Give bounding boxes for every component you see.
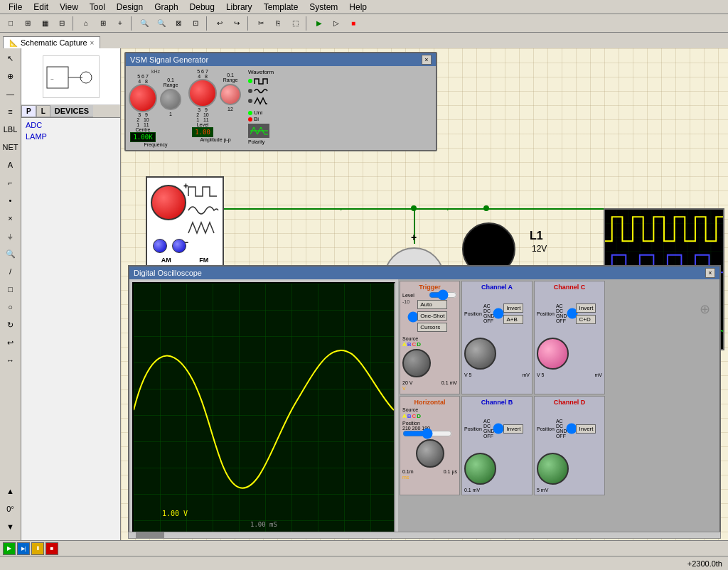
trigger-oneshot-btn[interactable]: One-Shot (417, 311, 447, 321)
h-scrollbar-thumb[interactable] (136, 532, 164, 538)
select-tool[interactable]: ↖ (2, 50, 19, 67)
ch-d-knob[interactable] (537, 453, 569, 485)
step-btn[interactable]: ▷ (328, 16, 344, 31)
play-button[interactable]: ▶ (3, 542, 16, 555)
copy-btn[interactable]: ⎘ (270, 16, 286, 31)
grid-btn[interactable]: ⊞ (95, 16, 111, 31)
ch-a-position-slider[interactable] (496, 292, 501, 335)
horiz-ms-label: ms (402, 475, 409, 480)
label-tool[interactable]: LBL (2, 121, 19, 138)
range-knob[interactable] (160, 89, 181, 110)
add-btn[interactable]: + (112, 16, 128, 31)
tab-label: Schematic Capture (21, 38, 87, 47)
vsm-close-btn[interactable]: × (422, 55, 432, 65)
ch-a-invert-btn[interactable]: Invert (503, 303, 523, 313)
redo-btn[interactable]: ↪ (229, 16, 245, 31)
trigger-knob[interactable] (402, 349, 431, 377)
toolbar: □ ⊞ ▦ ⊟ ⌂ ⊞ + 🔍 🔍 ⊠ ⊡ ↩ ↪ ✂ ⎘ ⬚ ▶ ▷ ■ (0, 14, 728, 33)
ch-c-knob[interactable] (537, 338, 569, 370)
home-btn[interactable]: ⌂ (78, 16, 94, 31)
canvas-area[interactable]: VSM Signal Generator × kHz 5 6 7 4 8 3 9… (121, 48, 728, 554)
menu-system[interactable]: System (304, 1, 343, 14)
range2-knob[interactable] (220, 84, 241, 105)
new-btn[interactable]: □ (3, 16, 18, 31)
tab-close-btn[interactable]: × (90, 39, 95, 47)
device-adc[interactable]: ADC (23, 119, 119, 131)
component-tool[interactable]: ⊕ (2, 68, 19, 85)
ch-b-position-slider[interactable] (496, 407, 501, 450)
zoom-fit-btn[interactable]: ⊠ (171, 16, 186, 31)
cut-btn[interactable]: ✂ (253, 16, 269, 31)
noconnect-tool[interactable]: × (2, 210, 19, 227)
centre-knob[interactable] (129, 84, 157, 112)
horiz-knob[interactable] (416, 439, 444, 468)
undo-btn[interactable]: ↩ (212, 16, 228, 31)
trigger-auto-btn[interactable]: Auto (417, 300, 447, 309)
ch-c-position-slider[interactable] (568, 292, 574, 335)
scope-close-btn[interactable]: × (705, 268, 715, 278)
draw-line-tool[interactable]: / (2, 263, 19, 280)
schematic-capture-tab[interactable]: 📐 Schematic Capture × (3, 36, 100, 48)
menu-graph[interactable]: Graph (149, 1, 183, 14)
pause-button[interactable]: ⏸ (31, 542, 44, 555)
horiz-position-slider[interactable] (402, 431, 452, 436)
level-knob[interactable] (188, 79, 217, 107)
save-btn[interactable]: ▦ (37, 16, 53, 31)
menu-debug[interactable]: Debug (184, 1, 220, 14)
vsm-title-bar[interactable]: VSM Signal Generator × (126, 53, 436, 66)
ch-d-position-slider[interactable] (568, 407, 574, 450)
wire-tool[interactable]: — (2, 85, 19, 102)
ch-cd-btn[interactable]: C+D (576, 315, 596, 324)
menu-tool[interactable]: Tool (84, 1, 111, 14)
step-forward-button[interactable]: ▶| (17, 542, 30, 555)
panel-tab-l[interactable]: L (36, 105, 50, 117)
paste-btn[interactable]: ⬚ (287, 16, 303, 31)
open-btn[interactable]: ⊞ (20, 16, 36, 31)
scroll-down-btn[interactable]: ▼ (2, 518, 19, 535)
panel-tab-p[interactable]: P (21, 105, 36, 117)
ch-d-invert-btn[interactable]: Invert (576, 424, 596, 434)
stop-btn[interactable]: ■ (346, 16, 361, 31)
menu-help[interactable]: Help (343, 1, 373, 14)
menu-design[interactable]: Design (111, 1, 149, 14)
probe-tool[interactable]: 🔍 (2, 245, 19, 262)
device-lamp[interactable]: LAMP (23, 131, 119, 142)
draw-rect-tool[interactable]: □ (2, 281, 19, 298)
ch-b-invert-btn[interactable]: Invert (503, 424, 523, 434)
ch-c-invert-btn[interactable]: Invert (576, 303, 596, 313)
ch-a-knob[interactable] (464, 338, 496, 370)
stop-button[interactable]: ■ (46, 542, 58, 555)
trigger-slider-v[interactable] (410, 299, 416, 335)
ch-ab-btn[interactable]: A+B (503, 315, 523, 324)
print-btn[interactable]: ⊟ (54, 16, 70, 31)
undo-side-tool[interactable]: ↩ (2, 334, 19, 351)
menu-file[interactable]: File (3, 1, 28, 14)
zoom-out-btn[interactable]: 🔍 (154, 16, 169, 31)
menu-view[interactable]: View (54, 1, 84, 14)
trigger-cursors-btn[interactable]: Cursors (417, 323, 447, 332)
menu-library[interactable]: Library (220, 1, 258, 14)
mirror-tool[interactable]: ↔ (2, 352, 19, 369)
netname-tool[interactable]: NET (2, 139, 19, 156)
junction-tool[interactable]: • (2, 192, 19, 209)
sep2 (131, 16, 134, 31)
vsm-title: VSM Signal Generator (130, 55, 208, 64)
power-tool[interactable]: ⏚ (2, 227, 19, 244)
text-tool[interactable]: A (2, 156, 19, 173)
zoom-area-btn[interactable]: ⊡ (188, 16, 203, 31)
preview-image: ~ (43, 55, 100, 98)
draw-circle-tool[interactable]: ○ (2, 299, 19, 316)
ch-b-knob[interactable] (464, 453, 496, 485)
bus-entry-tool[interactable]: ⌐ (2, 174, 19, 191)
scope-title-bar[interactable]: Digital Oscilloscope × (129, 267, 719, 279)
run-btn[interactable]: ▶ (311, 16, 327, 31)
trigger-level-slider[interactable] (429, 292, 457, 298)
level-display: 1.00 (192, 127, 213, 137)
zoom-in-btn[interactable]: 🔍 (136, 16, 152, 31)
rotate-tool[interactable]: ↻ (2, 316, 19, 333)
bus-tool[interactable]: ≡ (2, 103, 19, 120)
scroll-up-btn[interactable]: ▲ (2, 483, 19, 500)
menu-edit[interactable]: Edit (28, 1, 54, 14)
h-scrollbar[interactable] (128, 532, 721, 539)
menu-template[interactable]: Template (258, 1, 304, 14)
